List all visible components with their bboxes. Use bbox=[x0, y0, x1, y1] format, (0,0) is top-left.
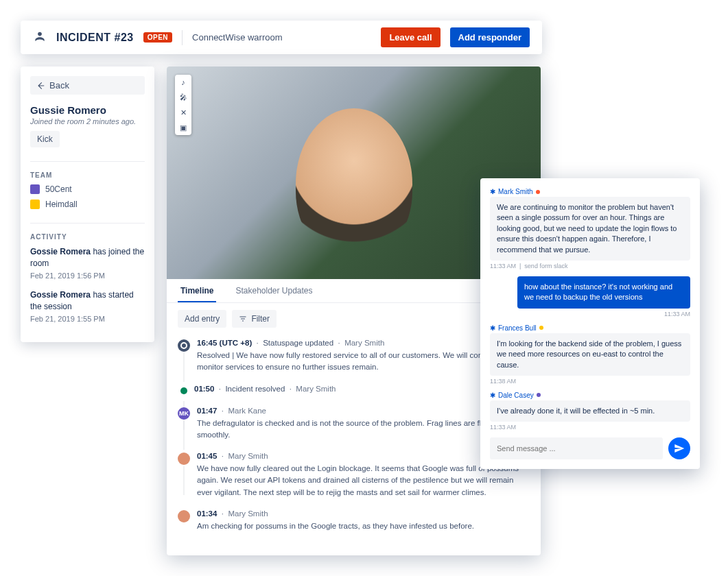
tab-timeline[interactable]: Timeline bbox=[178, 279, 216, 302]
chat-bubble: I've already done it, it will be effecte… bbox=[490, 400, 690, 422]
tab-stakeholder-updates[interactable]: Stakeholder Updates bbox=[233, 279, 315, 302]
timeline-meta: 01:34 · Mary Smith bbox=[197, 509, 530, 518]
activity-item: Gossie Romera has joined the room Feb 21… bbox=[30, 246, 145, 281]
presence-dot-icon bbox=[536, 190, 540, 194]
header-bar: INCIDENT #23 OPEN ConnectWise warroom Le… bbox=[21, 21, 542, 54]
joined-time: Joined the room 2 minutes ago. bbox=[30, 117, 145, 125]
slack-icon: ✱ bbox=[490, 392, 495, 399]
add-entry-button[interactable]: Add entry bbox=[178, 310, 226, 328]
back-button[interactable]: Back bbox=[30, 76, 145, 95]
chat-bubble: We are continuing to monitor the problem… bbox=[490, 197, 690, 261]
filter-button[interactable]: Filter bbox=[232, 310, 277, 328]
video-participant-face bbox=[296, 108, 412, 259]
activity-section-label: ACTIVITY bbox=[30, 223, 145, 241]
chat-input[interactable] bbox=[490, 437, 663, 459]
video-controls: ♪ 🎤︎ ✕ ▣ bbox=[175, 75, 191, 135]
timeline-text: We have now fully cleared out the Login … bbox=[197, 463, 530, 498]
chat-timestamp: 11:33 AM bbox=[490, 311, 690, 317]
room-name: ConnectWise warroom bbox=[192, 32, 283, 43]
send-icon bbox=[674, 443, 685, 454]
timeline-row: 16:45 (UTC +8) · Statuspage updated · Ma… bbox=[178, 339, 530, 374]
team-section-label: TEAM bbox=[30, 161, 145, 179]
avatar-icon: MK bbox=[178, 407, 190, 420]
app-logo-icon bbox=[33, 31, 47, 45]
chat-timestamp: 11:33 AM bbox=[490, 424, 690, 431]
timeline-row: 01:50 · Incident resolved · Mary Smith bbox=[178, 385, 530, 396]
team-color-swatch bbox=[30, 200, 40, 209]
chat-author: ✱ Frances Bull bbox=[490, 324, 690, 332]
chat-timestamp: 11:38 AM bbox=[490, 378, 690, 385]
chat-bubble: how about the instance? it's not working… bbox=[517, 276, 690, 309]
timeline-row: 01:34 · Mary Smith Am checking for possu… bbox=[178, 509, 530, 532]
send-message-button[interactable] bbox=[668, 437, 690, 459]
filter-label: Filter bbox=[251, 314, 270, 324]
activity-timestamp: Feb 21, 2019 1:55 PM bbox=[30, 314, 145, 324]
chat-timestamp: 11:33 AM | send form slack bbox=[490, 263, 690, 269]
kick-button[interactable]: Kick bbox=[30, 131, 60, 147]
avatar-icon bbox=[178, 453, 190, 465]
status-update-icon bbox=[178, 339, 190, 352]
incident-title: INCIDENT #23 bbox=[56, 32, 134, 44]
chat-message: ✱ Dale Casey I've already done it, it wi… bbox=[490, 392, 690, 431]
team-name: 50Cent bbox=[45, 184, 72, 194]
video-off-icon[interactable]: ▣ bbox=[175, 120, 191, 135]
filter-icon bbox=[239, 315, 247, 323]
team-row[interactable]: 50Cent bbox=[30, 184, 145, 194]
chat-message-mine: how about the instance? it's not working… bbox=[490, 276, 690, 317]
slack-icon: ✱ bbox=[490, 188, 495, 195]
chat-author: ✱ Dale Casey bbox=[490, 392, 690, 399]
activity-timestamp: Feb 21, 2019 1:56 PM bbox=[30, 271, 145, 281]
timeline-meta: 01:50 · Incident resolved · Mary Smith bbox=[194, 385, 530, 393]
add-responder-button[interactable]: Add responder bbox=[450, 27, 530, 47]
person-name: Gussie Romero bbox=[30, 104, 145, 116]
chat-author: ✱ Mark Smith bbox=[490, 188, 690, 195]
resolved-dot-icon bbox=[180, 387, 187, 394]
chat-message: ✱ Frances Bull I'm looking for the backe… bbox=[490, 324, 690, 385]
activity-item: Gossie Romera has started the session Fe… bbox=[30, 289, 145, 324]
mic-off-icon[interactable]: ✕ bbox=[175, 105, 191, 120]
back-label: Back bbox=[49, 80, 69, 91]
music-icon[interactable]: ♪ bbox=[175, 75, 191, 90]
team-row[interactable]: Heimdall bbox=[30, 200, 145, 209]
presence-dot-icon bbox=[537, 393, 541, 397]
chat-bubble: I'm looking for the backend side of the … bbox=[490, 333, 690, 376]
side-panel: Back Gussie Romero Joined the room 2 min… bbox=[21, 67, 154, 342]
chat-panel: ✱ Mark Smith We are continuing to monito… bbox=[480, 178, 700, 469]
avatar-icon bbox=[178, 510, 190, 522]
divider bbox=[182, 30, 183, 45]
arrow-left-icon bbox=[36, 81, 45, 91]
chat-message: ✱ Mark Smith We are continuing to monito… bbox=[490, 188, 690, 269]
timeline-row: MK 01:47 · Mark Kane The defragulator is… bbox=[178, 407, 530, 442]
presence-dot-icon bbox=[539, 326, 543, 330]
team-name: Heimdall bbox=[45, 200, 78, 209]
status-badge: OPEN bbox=[143, 32, 172, 43]
slack-icon: ✱ bbox=[490, 324, 495, 332]
mic-icon[interactable]: 🎤︎ bbox=[175, 90, 191, 105]
timeline-row: 01:45 · Mary Smith We have now fully cle… bbox=[178, 452, 530, 498]
leave-call-button[interactable]: Leave call bbox=[381, 27, 440, 47]
team-color-swatch bbox=[30, 184, 40, 194]
timeline-text: Am checking for possums in the Google tr… bbox=[197, 520, 530, 532]
